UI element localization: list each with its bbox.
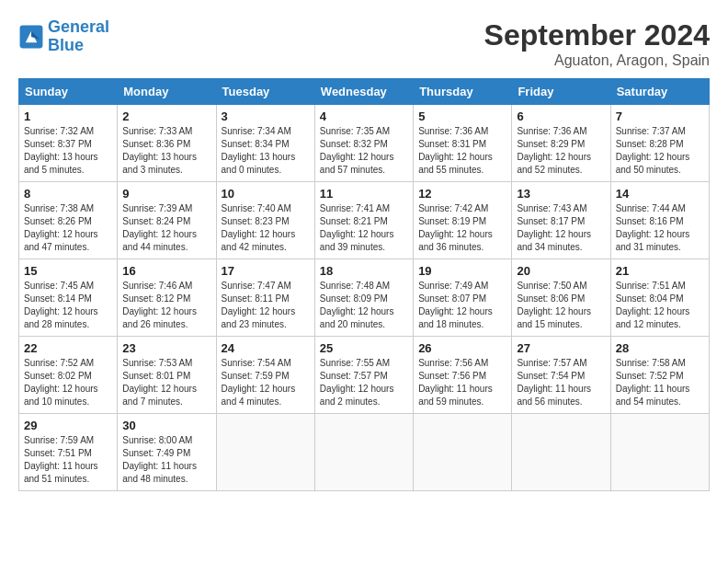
day-info: Sunrise: 7:55 AMSunset: 7:57 PMDaylight:… [320, 357, 408, 408]
day-number: 27 [517, 341, 605, 355]
day-cell: 2Sunrise: 7:33 AMSunset: 8:36 PMDaylight… [118, 105, 216, 182]
day-number: 17 [222, 264, 310, 278]
day-number: 7 [616, 109, 704, 123]
day-number: 22 [24, 341, 112, 355]
logo: General Blue [18, 18, 109, 55]
day-info: Sunrise: 7:42 AMSunset: 8:19 PMDaylight:… [418, 202, 506, 254]
day-number: 30 [122, 419, 210, 432]
day-info: Sunrise: 7:39 AMSunset: 8:24 PMDaylight:… [122, 202, 210, 254]
day-info: Sunrise: 7:51 AMSunset: 8:04 PMDaylight:… [616, 280, 704, 331]
day-info: Sunrise: 7:36 AMSunset: 8:31 PMDaylight:… [418, 125, 506, 177]
day-info: Sunrise: 7:44 AMSunset: 8:16 PMDaylight:… [616, 202, 704, 254]
day-info: Sunrise: 7:32 AMSunset: 8:37 PMDaylight:… [24, 125, 112, 177]
day-number: 29 [24, 419, 112, 432]
day-cell: 30Sunrise: 8:00 AMSunset: 7:49 PMDayligh… [118, 414, 216, 491]
day-number: 10 [222, 187, 310, 201]
day-number: 18 [320, 264, 408, 278]
day-info: Sunrise: 7:56 AMSunset: 7:56 PMDaylight:… [418, 357, 506, 408]
day-cell: 22Sunrise: 7:52 AMSunset: 8:02 PMDayligh… [19, 337, 118, 414]
day-info: Sunrise: 7:49 AMSunset: 8:07 PMDaylight:… [418, 280, 506, 331]
day-number: 19 [418, 264, 506, 278]
day-info: Sunrise: 7:41 AMSunset: 8:21 PMDaylight:… [320, 202, 408, 254]
week-row-5: 29Sunrise: 7:59 AMSunset: 7:51 PMDayligh… [19, 414, 710, 491]
day-cell: 29Sunrise: 7:59 AMSunset: 7:51 PMDayligh… [19, 414, 118, 491]
day-cell: 23Sunrise: 7:53 AMSunset: 8:01 PMDayligh… [118, 337, 216, 414]
day-cell: 17Sunrise: 7:47 AMSunset: 8:11 PMDayligh… [216, 259, 314, 337]
header-cell-tuesday: Tuesday [216, 79, 314, 105]
day-info: Sunrise: 7:50 AMSunset: 8:06 PMDaylight:… [517, 280, 605, 331]
day-number: 12 [418, 187, 506, 201]
week-row-2: 8Sunrise: 7:38 AMSunset: 8:26 PMDaylight… [19, 182, 710, 259]
day-info: Sunrise: 7:36 AMSunset: 8:29 PMDaylight:… [517, 125, 605, 177]
header: General Blue September 2024 Aguaton, Ara… [18, 18, 710, 69]
day-info: Sunrise: 8:00 AMSunset: 7:49 PMDaylight:… [122, 434, 210, 486]
day-info: Sunrise: 7:35 AMSunset: 8:32 PMDaylight:… [320, 125, 408, 177]
week-row-1: 1Sunrise: 7:32 AMSunset: 8:37 PMDaylight… [19, 105, 710, 182]
day-info: Sunrise: 7:43 AMSunset: 8:17 PMDaylight:… [517, 202, 605, 254]
day-cell [216, 414, 314, 491]
month-title: September 2024 [484, 18, 710, 52]
header-cell-thursday: Thursday [414, 79, 512, 105]
day-info: Sunrise: 7:47 AMSunset: 8:11 PMDaylight:… [222, 280, 310, 331]
day-cell: 24Sunrise: 7:54 AMSunset: 7:59 PMDayligh… [216, 337, 314, 414]
day-cell [512, 414, 610, 491]
day-number: 23 [122, 341, 210, 355]
day-cell: 18Sunrise: 7:48 AMSunset: 8:09 PMDayligh… [314, 259, 413, 337]
day-cell: 9Sunrise: 7:39 AMSunset: 8:24 PMDaylight… [118, 182, 216, 259]
day-cell: 16Sunrise: 7:46 AMSunset: 8:12 PMDayligh… [118, 259, 216, 337]
logo-text: General Blue [48, 18, 109, 55]
header-cell-sunday: Sunday [19, 79, 118, 105]
title-area: September 2024 Aguaton, Aragon, Spain [484, 18, 710, 69]
day-cell: 15Sunrise: 7:45 AMSunset: 8:14 PMDayligh… [19, 259, 118, 337]
day-number: 24 [222, 341, 310, 355]
header-row: SundayMondayTuesdayWednesdayThursdayFrid… [19, 79, 710, 105]
day-info: Sunrise: 7:54 AMSunset: 7:59 PMDaylight:… [222, 357, 310, 408]
day-info: Sunrise: 7:38 AMSunset: 8:26 PMDaylight:… [24, 202, 112, 254]
day-number: 3 [222, 109, 310, 123]
day-info: Sunrise: 7:45 AMSunset: 8:14 PMDaylight:… [24, 280, 112, 331]
header-cell-wednesday: Wednesday [314, 79, 413, 105]
day-cell: 20Sunrise: 7:50 AMSunset: 8:06 PMDayligh… [512, 259, 610, 337]
day-number: 25 [320, 341, 408, 355]
day-number: 13 [517, 187, 605, 201]
day-cell: 6Sunrise: 7:36 AMSunset: 8:29 PMDaylight… [512, 105, 610, 182]
day-number: 8 [24, 187, 112, 201]
day-cell: 7Sunrise: 7:37 AMSunset: 8:28 PMDaylight… [610, 105, 709, 182]
day-number: 6 [517, 109, 605, 123]
day-cell: 12Sunrise: 7:42 AMSunset: 8:19 PMDayligh… [414, 182, 512, 259]
day-cell: 8Sunrise: 7:38 AMSunset: 8:26 PMDaylight… [19, 182, 118, 259]
day-cell: 10Sunrise: 7:40 AMSunset: 8:23 PMDayligh… [216, 182, 314, 259]
day-cell: 21Sunrise: 7:51 AMSunset: 8:04 PMDayligh… [610, 259, 709, 337]
day-number: 4 [320, 109, 408, 123]
day-info: Sunrise: 7:53 AMSunset: 8:01 PMDaylight:… [122, 357, 210, 408]
day-info: Sunrise: 7:37 AMSunset: 8:28 PMDaylight:… [616, 125, 704, 177]
header-cell-monday: Monday [118, 79, 216, 105]
day-info: Sunrise: 7:48 AMSunset: 8:09 PMDaylight:… [320, 280, 408, 331]
location-title: Aguaton, Aragon, Spain [484, 52, 710, 69]
day-number: 21 [616, 264, 704, 278]
day-cell: 28Sunrise: 7:58 AMSunset: 7:52 PMDayligh… [610, 337, 709, 414]
day-number: 5 [418, 109, 506, 123]
week-row-4: 22Sunrise: 7:52 AMSunset: 8:02 PMDayligh… [19, 337, 710, 414]
day-cell: 4Sunrise: 7:35 AMSunset: 8:32 PMDaylight… [314, 105, 413, 182]
day-number: 20 [517, 264, 605, 278]
day-cell: 11Sunrise: 7:41 AMSunset: 8:21 PMDayligh… [314, 182, 413, 259]
day-info: Sunrise: 7:34 AMSunset: 8:34 PMDaylight:… [222, 125, 310, 177]
calendar-table: SundayMondayTuesdayWednesdayThursdayFrid… [18, 78, 710, 491]
day-info: Sunrise: 7:59 AMSunset: 7:51 PMDaylight:… [24, 434, 112, 486]
day-number: 1 [24, 109, 112, 123]
day-cell [610, 414, 709, 491]
day-info: Sunrise: 7:58 AMSunset: 7:52 PMDaylight:… [616, 357, 704, 408]
day-cell: 3Sunrise: 7:34 AMSunset: 8:34 PMDaylight… [216, 105, 314, 182]
day-info: Sunrise: 7:40 AMSunset: 8:23 PMDaylight:… [222, 202, 310, 254]
day-cell: 19Sunrise: 7:49 AMSunset: 8:07 PMDayligh… [414, 259, 512, 337]
day-info: Sunrise: 7:57 AMSunset: 7:54 PMDaylight:… [517, 357, 605, 408]
day-cell: 14Sunrise: 7:44 AMSunset: 8:16 PMDayligh… [610, 182, 709, 259]
week-row-3: 15Sunrise: 7:45 AMSunset: 8:14 PMDayligh… [19, 259, 710, 337]
day-number: 28 [616, 341, 704, 355]
day-number: 11 [320, 187, 408, 201]
day-cell [414, 414, 512, 491]
day-number: 2 [122, 109, 210, 123]
day-cell: 27Sunrise: 7:57 AMSunset: 7:54 PMDayligh… [512, 337, 610, 414]
day-number: 9 [122, 187, 210, 201]
